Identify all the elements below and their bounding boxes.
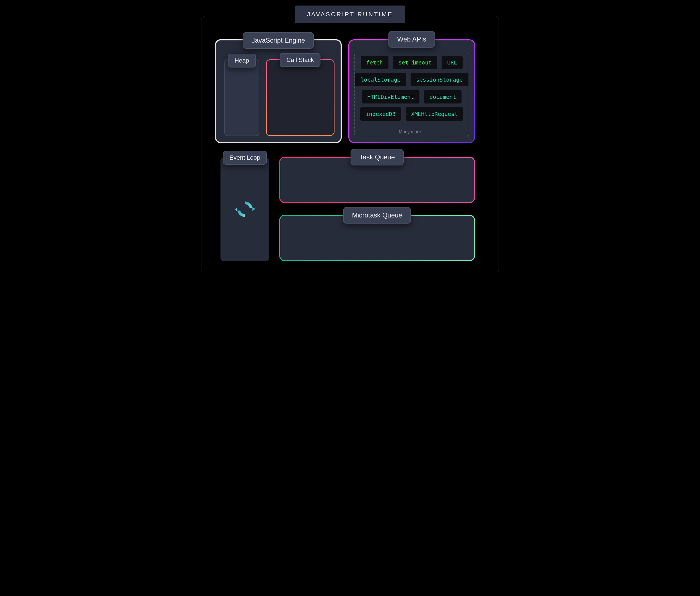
api-chip-htmldivelement: HTMLDivElement: [361, 90, 420, 104]
event-loop-panel: Event Loop: [221, 157, 269, 261]
api-chip-settimeout: setTimeout: [393, 56, 438, 70]
api-row: localStorage sessionStorage: [358, 73, 466, 86]
svg-marker-1: [234, 207, 238, 212]
event-loop-label: Event Loop: [223, 151, 267, 165]
api-more-label: Many more...: [358, 129, 466, 135]
web-apis-list: fetch setTimeout URL localStorage sessio…: [354, 52, 469, 137]
web-apis-inner: fetch setTimeout URL localStorage sessio…: [349, 41, 474, 142]
web-apis-label: Web APIs: [389, 31, 435, 48]
heap-label: Heap: [228, 54, 256, 68]
api-chip-url: URL: [441, 56, 463, 70]
api-chip-indexeddb: indexedDB: [360, 107, 401, 121]
task-queue-label: Task Queue: [351, 149, 404, 166]
api-row: HTMLDivElement document: [358, 90, 466, 104]
api-chip-localstorage: localStorage: [355, 73, 406, 86]
heap-box: Heap: [224, 59, 259, 136]
runtime-title: JAVASCRIPT RUNTIME: [295, 5, 405, 23]
diagram-root: JAVASCRIPT RUNTIME JavaScript Engine Hea…: [184, 0, 516, 282]
microtask-queue-label: Microtask Queue: [343, 207, 411, 224]
microtask-queue-panel: Microtask Queue: [279, 215, 475, 261]
api-chip-document: document: [424, 90, 462, 104]
refresh-loop-icon: [234, 198, 256, 220]
js-engine-label: JavaScript Engine: [243, 32, 314, 49]
call-stack-label: Call Stack: [280, 53, 320, 67]
js-engine-panel: JavaScript Engine Heap Call Stack: [215, 39, 342, 143]
api-chip-sessionstorage: sessionStorage: [410, 73, 469, 86]
svg-marker-0: [252, 207, 255, 211]
api-chip-xmlhttprequest: XMLHttpRequest: [405, 107, 464, 121]
api-row: indexedDB XMLHttpRequest: [358, 107, 466, 121]
call-stack-box: Call Stack: [266, 59, 334, 136]
api-row: fetch setTimeout URL: [358, 56, 466, 70]
task-queue-panel: Task Queue: [279, 157, 475, 203]
web-apis-panel: fetch setTimeout URL localStorage sessio…: [348, 39, 475, 143]
call-stack-inner: [267, 60, 334, 135]
api-chip-fetch: fetch: [360, 56, 389, 70]
